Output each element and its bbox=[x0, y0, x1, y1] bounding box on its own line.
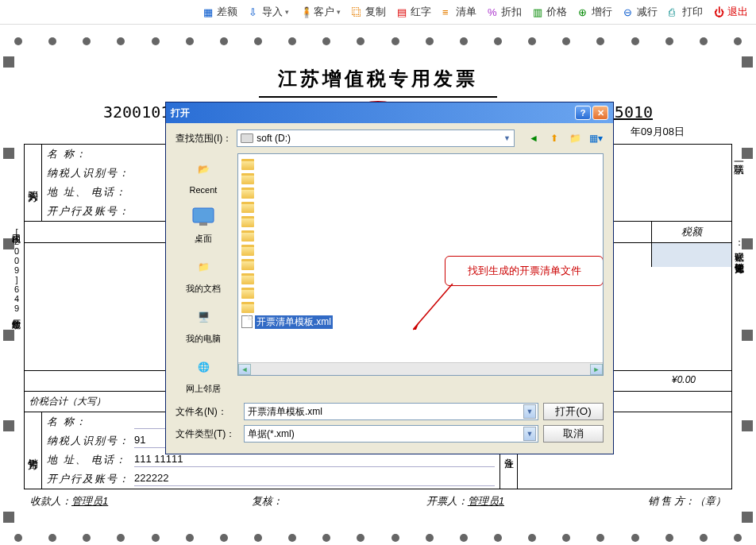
network-icon: 🌐 bbox=[189, 353, 218, 381]
side-text-right1: 第一联 bbox=[730, 153, 747, 159]
folder-item[interactable] bbox=[241, 200, 600, 215]
import-icon: ⇩ bbox=[249, 6, 260, 17]
tb-price[interactable]: ▥价格 bbox=[533, 5, 567, 19]
tb-print[interactable]: ⎙打印 bbox=[669, 5, 703, 19]
invoice-footer: 收款人：管理员1 复核： 开票人：管理员1 销 售 方：（章） bbox=[24, 489, 732, 513]
seller-bank-value[interactable]: 222222 bbox=[134, 472, 495, 486]
tb-red[interactable]: ▤红字 bbox=[397, 5, 431, 19]
buyer-bank-label: 开户行及账号： bbox=[47, 204, 134, 218]
mydocs-icon: 📁 bbox=[189, 253, 218, 281]
svg-rect-1 bbox=[199, 222, 207, 226]
chevron-down-icon[interactable]: ▼ bbox=[523, 404, 536, 419]
folder-icon bbox=[241, 273, 254, 284]
payee-label: 收款人： bbox=[30, 495, 71, 507]
sum-value: ¥0.00 bbox=[636, 374, 731, 388]
buyer-name-label: 名 称： bbox=[47, 147, 134, 161]
xml-icon bbox=[241, 315, 253, 328]
svg-rect-0 bbox=[193, 208, 214, 222]
print-icon: ⎙ bbox=[669, 6, 680, 17]
dialog-title: 打开 bbox=[171, 106, 190, 120]
desktop-icon bbox=[189, 203, 218, 231]
folder-icon bbox=[241, 259, 254, 270]
total-label: 价税合计（大写） bbox=[29, 395, 106, 408]
sb-mydocs[interactable]: 📁我的文档 bbox=[184, 251, 222, 296]
filename-combo[interactable]: 开票清单模板.xml▼ bbox=[244, 403, 538, 420]
cancel-button[interactable]: 取消 bbox=[543, 425, 604, 443]
tb-discount[interactable]: %折扣 bbox=[488, 5, 522, 19]
folder-item[interactable] bbox=[241, 157, 600, 172]
mycomputer-icon: 🖥️ bbox=[189, 303, 218, 331]
recent-icon: 📂 bbox=[189, 155, 218, 184]
tb-diff[interactable]: ▦差额 bbox=[203, 5, 237, 19]
seller-addr-value[interactable]: 111 11111 bbox=[134, 453, 495, 467]
folder-icon bbox=[241, 159, 254, 170]
chevron-down-icon[interactable]: ▼ bbox=[523, 427, 536, 441]
dialog-titlebar[interactable]: 打开 ? ✕ bbox=[166, 102, 613, 123]
folder-icon bbox=[241, 187, 254, 199]
filename-label: 文件名(N)： bbox=[176, 405, 239, 419]
scroll-left-icon[interactable]: ◄ bbox=[238, 364, 251, 375]
buyer-label: 购买方 bbox=[25, 145, 42, 221]
callout-tail bbox=[413, 284, 457, 331]
sb-mycomputer[interactable]: 🖥️我的电脑 bbox=[184, 301, 222, 346]
buyer-addr-label: 地 址、 电话： bbox=[47, 185, 134, 199]
price-icon: ▥ bbox=[533, 6, 544, 17]
col-tax: 税额 bbox=[652, 222, 731, 242]
folder-item[interactable] bbox=[241, 186, 600, 200]
diff-icon: ▦ bbox=[203, 6, 214, 17]
seller-taxid-label: 纳税人识别号： bbox=[47, 434, 134, 448]
side-text-left: 国税函[2009]649号北京印钞厂 bbox=[9, 224, 24, 316]
scroll-right-icon[interactable]: ► bbox=[590, 364, 603, 375]
folder-icon bbox=[241, 173, 254, 184]
power-icon: ⏻ bbox=[714, 6, 725, 17]
folder-item[interactable] bbox=[241, 172, 600, 186]
toolbar: ▦差额 ⇩导入▾ 🧍客户▾ ⿻复制 ▤红字 ≡清单 %折扣 ▥价格 ⊕增行 ⊖减… bbox=[0, 0, 756, 25]
tb-list[interactable]: ≡清单 bbox=[442, 5, 476, 19]
minus-icon: ⊖ bbox=[623, 6, 634, 17]
chevron-down-icon: ▾ bbox=[285, 8, 289, 16]
newfolder-icon[interactable]: 📁 bbox=[567, 130, 583, 146]
drawer-label: 开票人： bbox=[426, 495, 468, 507]
close-button[interactable]: ✕ bbox=[592, 106, 608, 120]
selected-filename: 开票清单模板.xml bbox=[255, 315, 333, 329]
file-list[interactable]: 开票清单模板.xml 找到生成的开票清单文件 ◄ ► bbox=[237, 153, 604, 376]
drawer-value: 管理员1 bbox=[468, 495, 504, 507]
tb-delrow[interactable]: ⊖减行 bbox=[623, 5, 658, 19]
help-button[interactable]: ? bbox=[575, 106, 591, 120]
filetype-label: 文件类型(T)： bbox=[176, 427, 239, 441]
folder-icon bbox=[241, 288, 254, 299]
places-sidebar: 📂Recent 桌面 📁我的文档 🖥️我的电脑 🌐网上邻居 bbox=[176, 153, 231, 396]
svg-line-2 bbox=[413, 284, 453, 330]
folder-icon bbox=[241, 230, 254, 242]
chevron-down-icon: ▾ bbox=[337, 8, 341, 16]
sb-recent[interactable]: 📂Recent bbox=[187, 153, 219, 196]
look-in-combo[interactable]: soft (D:) ▼ bbox=[237, 129, 515, 147]
folder-icon bbox=[241, 302, 254, 313]
invoice-title: 江苏增值税专用发票 bbox=[24, 66, 732, 91]
buyer-taxid-label: 纳税人识别号： bbox=[47, 166, 134, 180]
look-in-label: 查找范围(I)： bbox=[176, 132, 232, 145]
tb-addrow[interactable]: ⊕增行 bbox=[578, 5, 612, 19]
disk-icon bbox=[241, 133, 253, 143]
horizontal-scrollbar[interactable]: ◄ ► bbox=[238, 362, 603, 375]
copy-icon: ⿻ bbox=[352, 6, 363, 17]
customer-icon: 🧍 bbox=[300, 6, 311, 17]
tb-copy[interactable]: ⿻复制 bbox=[352, 5, 386, 19]
open-button[interactable]: 打开(O) bbox=[543, 403, 604, 420]
list-icon: ≡ bbox=[442, 6, 453, 17]
sb-desktop[interactable]: 桌面 bbox=[187, 201, 219, 246]
folder-item[interactable] bbox=[241, 215, 600, 229]
seller-bank-label: 开户行及账号： bbox=[47, 472, 134, 486]
views-icon[interactable]: ▦▾ bbox=[588, 130, 604, 146]
tb-customer[interactable]: 🧍客户▾ bbox=[300, 5, 341, 19]
plus-icon: ⊕ bbox=[578, 6, 589, 17]
tb-import[interactable]: ⇩导入▾ bbox=[249, 5, 289, 19]
sb-network[interactable]: 🌐网上邻居 bbox=[184, 351, 222, 396]
folder-item[interactable] bbox=[241, 229, 600, 243]
tb-exit[interactable]: ⏻退出 bbox=[714, 5, 748, 19]
red-icon: ▤ bbox=[397, 6, 408, 17]
filetype-combo[interactable]: 单据(*.xml)▼ bbox=[244, 425, 538, 443]
seller-name-label: 名 称： bbox=[47, 415, 134, 429]
back-icon[interactable]: ◄ bbox=[526, 130, 542, 146]
up-icon[interactable]: ⬆ bbox=[546, 130, 562, 146]
